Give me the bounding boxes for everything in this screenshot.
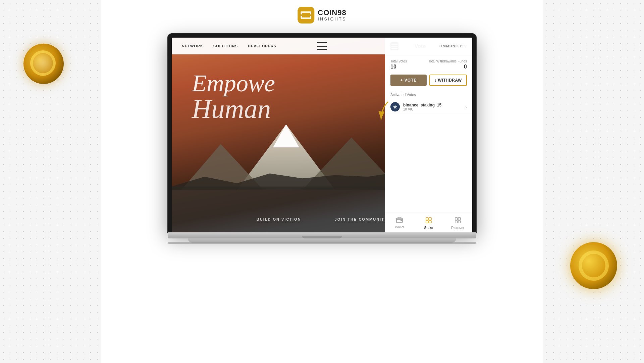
- vote-item-arrow-icon: ›: [465, 104, 467, 109]
- nav-links: NETWORK SOLUTIONS DEVELOPERS: [182, 44, 322, 48]
- bottom-nav-discover[interactable]: Discover: [443, 216, 472, 231]
- withdrawable-label: Total Withdrawable Funds: [428, 59, 467, 63]
- withdraw-button[interactable]: ↓ WITHDRAW: [429, 75, 467, 86]
- svg-rect-18: [429, 218, 431, 220]
- svg-marker-5: [273, 125, 299, 147]
- vote-actions: + VOTE ↓ WITHDRAW: [385, 73, 472, 90]
- nav-solutions[interactable]: SOLUTIONS: [213, 44, 238, 48]
- community-link[interactable]: JOIN THE COMMUNITY: [335, 217, 388, 222]
- wallet-nav-label: Wallet: [395, 225, 404, 229]
- vote-panel: Vote OMMUNITY Total Votes 10 Total Withd…: [385, 38, 472, 232]
- vote-item-name: binance_staking_15: [403, 103, 465, 107]
- svg-rect-17: [426, 218, 428, 220]
- total-votes-label: Total Votes: [390, 59, 407, 63]
- hamburger-line-1: [317, 42, 327, 43]
- bottom-nav-wallet[interactable]: Wallet: [385, 216, 414, 231]
- svg-rect-22: [458, 218, 461, 220]
- hamburger-icon[interactable]: [317, 42, 327, 50]
- stake-nav-label: Stake: [424, 226, 433, 230]
- vote-stats: Total Votes 10 Total Withdrawable Funds …: [385, 55, 472, 73]
- screen-bezel: NETWORK SOLUTIONS DEVELOPERS OMMUNITY: [168, 34, 476, 232]
- hero-text-container: Empowe Human: [192, 71, 275, 122]
- total-votes-stat: Total Votes 10: [390, 59, 407, 70]
- top-logo-bar: COIN98 INSIGHTS: [298, 7, 346, 24]
- hero-links: BUILD ON VICTION JOIN THE COMMUNITY: [257, 217, 387, 222]
- total-votes-value: 10: [390, 64, 407, 70]
- nav-community[interactable]: OMMUNITY: [439, 44, 462, 48]
- wallet-icon: [396, 217, 403, 225]
- orb-right: [570, 242, 617, 289]
- svg-rect-24: [458, 221, 461, 223]
- withdrawable-value: 0: [428, 64, 467, 70]
- nav-logo-center: [317, 42, 327, 50]
- vote-item-amount: 10 VIC: [403, 107, 465, 111]
- hamburger-line-2: [317, 46, 327, 47]
- hero-human-text: Human: [192, 95, 275, 122]
- svg-rect-19: [426, 221, 428, 223]
- nav-developers[interactable]: DEVELOPERS: [248, 44, 276, 48]
- svg-rect-2: [302, 13, 310, 14]
- macbook-desk: [168, 242, 476, 244]
- hamburger-line-3: [317, 49, 327, 50]
- svg-rect-16: [400, 220, 402, 221]
- macbook-foot: [188, 238, 456, 242]
- vote-button[interactable]: + VOTE: [390, 75, 427, 86]
- logo-text: COIN98 INSIGHTS: [318, 9, 346, 21]
- svg-rect-3: [302, 16, 310, 17]
- bottom-nav: Wallet Stake: [385, 213, 472, 232]
- orb-left: [23, 44, 64, 84]
- screen-content: NETWORK SOLUTIONS DEVELOPERS OMMUNITY: [172, 38, 472, 232]
- website: NETWORK SOLUTIONS DEVELOPERS OMMUNITY: [172, 38, 472, 232]
- build-link[interactable]: BUILD ON VICTION: [257, 217, 301, 222]
- vote-item-info: binance_staking_15 10 VIC: [403, 103, 465, 111]
- svg-rect-20: [429, 221, 431, 223]
- vote-list-item[interactable]: binance_staking_15 10 VIC ›: [385, 99, 472, 115]
- discover-icon: [454, 217, 461, 225]
- bottom-nav-stake[interactable]: Stake: [414, 216, 443, 231]
- activated-votes-label: Activated Votes: [385, 90, 472, 99]
- logo-insights-text: INSIGHTS: [318, 17, 346, 21]
- nav-bar: NETWORK SOLUTIONS DEVELOPERS OMMUNITY: [172, 38, 472, 54]
- coin98-logo-icon: [298, 7, 314, 24]
- macbook-container: NETWORK SOLUTIONS DEVELOPERS OMMUNITY: [168, 34, 476, 244]
- withdrawable-stat: Total Withdrawable Funds 0: [428, 59, 467, 70]
- discover-nav-label: Discover: [451, 226, 464, 230]
- hero-empower-text: Empowe: [192, 71, 275, 95]
- macbook-base: [168, 232, 476, 238]
- stake-icon: [425, 217, 432, 225]
- nav-right: OMMUNITY: [322, 44, 462, 48]
- nav-network[interactable]: NETWORK: [182, 44, 203, 48]
- svg-rect-21: [455, 218, 458, 220]
- svg-rect-23: [455, 221, 458, 223]
- logo-coin98-text: COIN98: [318, 9, 346, 17]
- vote-spacer: [385, 115, 472, 213]
